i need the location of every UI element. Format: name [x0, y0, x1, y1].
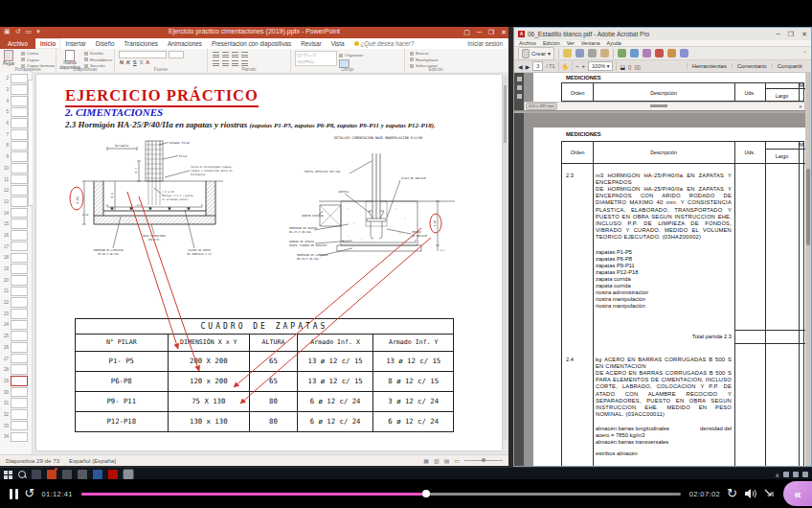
panel-button[interactable]: Comentario	[732, 63, 772, 69]
find-button[interactable]: Buscar	[410, 51, 439, 57]
close-button[interactable]: ✕	[501, 27, 507, 38]
taskbar-app-icon[interactable]	[78, 470, 87, 479]
reset-button[interactable]: Restablecer	[84, 58, 112, 63]
font-size-box[interactable]	[169, 51, 184, 58]
arrange-button[interactable]: Organizar	[339, 53, 363, 58]
italic-button[interactable]: K	[126, 59, 130, 65]
slide-thumbnail-19[interactable]: 19	[0, 264, 32, 275]
save-icon[interactable]	[575, 49, 584, 58]
open-file-icon[interactable]	[563, 49, 572, 58]
bullets-icon[interactable]	[213, 52, 219, 58]
zoom-out-icon[interactable]: −	[575, 63, 579, 69]
slide-thumbnail-24[interactable]: 24	[0, 319, 32, 331]
powerpoint-window[interactable]: ▣ ↺ ▭ ▾ Ejercicio práctico cimentaciones…	[0, 27, 508, 466]
restore-button[interactable]: ❐	[788, 31, 794, 38]
minimize-button[interactable]: ─	[477, 27, 482, 38]
align-center-icon[interactable]	[222, 60, 229, 66]
bookmarks-icon[interactable]	[517, 85, 522, 90]
taskbar-active-app-icon[interactable]	[124, 470, 133, 479]
slide-thumbnail-29[interactable]: 29	[0, 376, 32, 387]
taskbar-acrobat-icon[interactable]	[108, 470, 118, 479]
slide-thumbnail-31[interactable]: 31	[0, 398, 32, 409]
single-page-icon[interactable]: ▯	[628, 63, 631, 70]
tray-icon[interactable]	[793, 472, 799, 477]
page-number-input[interactable]: 3	[532, 61, 543, 71]
create-form-icon[interactable]	[667, 49, 676, 58]
line-spacing-icon[interactable]	[241, 52, 248, 58]
zoom-level-select[interactable]: 100% ▾	[588, 61, 613, 71]
numbering-icon[interactable]	[222, 52, 229, 58]
taskbar-app-icon[interactable]	[62, 470, 72, 479]
font-name-box[interactable]	[119, 51, 167, 58]
slide-thumbnail-32[interactable]: 32	[0, 409, 32, 421]
slide-thumbnail-26[interactable]: 26	[0, 342, 32, 354]
previous-page-icon[interactable]: ◀	[518, 63, 523, 70]
tab-presentacion[interactable]: Presentación con diapositivas	[207, 38, 296, 49]
next-page-icon[interactable]: ▶	[526, 63, 530, 70]
sign-in-button[interactable]: Iniciar sesión	[462, 38, 508, 49]
slide-29[interactable]: EJERCICIO PRÁCTICO 2. CIMENTACIONES 2.3 …	[36, 75, 502, 450]
layout-button[interactable]: Diseño	[84, 51, 112, 57]
taskbar-search-icon[interactable]	[18, 471, 26, 478]
bold-button[interactable]: N	[120, 59, 124, 65]
slide-thumbnail-23[interactable]: 23	[0, 308, 32, 319]
video-controls-bar[interactable]: ↺ 01:12:41 02:07:02 ↻ «	[0, 479, 812, 508]
slide-thumbnail-33[interactable]: 33	[0, 420, 32, 431]
slide-thumbnail-28[interactable]: 28	[0, 364, 32, 376]
minimize-button[interactable]: ─	[776, 31, 780, 38]
combine-files-icon[interactable]	[680, 49, 688, 58]
indent-icon[interactable]	[232, 52, 238, 58]
close-button[interactable]: ✕	[801, 31, 807, 38]
menu-item[interactable]: Archivo	[519, 40, 536, 46]
forward-button[interactable]: ↻	[727, 479, 737, 508]
volume-button[interactable]	[744, 488, 756, 499]
split-view-divider[interactable]	[514, 110, 811, 113]
taskbar-powerpoint-icon[interactable]	[47, 470, 56, 479]
menu-item[interactable]: Ventana	[581, 40, 600, 46]
task-view-icon[interactable]	[32, 470, 41, 479]
menu-item[interactable]: Ver	[567, 40, 575, 46]
email-icon[interactable]	[600, 49, 609, 58]
slide-thumbnail-17[interactable]: 17	[0, 241, 32, 252]
slide-thumbnail-22[interactable]: 22	[0, 297, 32, 309]
language-indicator[interactable]: Español (España)	[69, 457, 116, 464]
copy-button[interactable]: Copiar	[21, 58, 55, 63]
page-thumbnails-icon[interactable]	[517, 77, 522, 81]
rewind-button[interactable]: ↺	[25, 479, 35, 508]
zoom-in-icon[interactable]: +	[582, 63, 586, 69]
tab-archivo[interactable]: Archivo	[0, 38, 35, 49]
start-button[interactable]	[4, 471, 12, 479]
pause-button[interactable]	[10, 489, 18, 499]
shapes-gallery[interactable]: ◻○◇↔☆⬭▱⇨△◌	[295, 51, 337, 66]
menu-item[interactable]: Ayuda	[607, 40, 621, 46]
print-icon[interactable]	[588, 49, 597, 58]
attachments-icon[interactable]	[517, 94, 522, 99]
seek-knob[interactable]	[422, 490, 430, 497]
slide-thumbnail-27[interactable]: 27	[0, 353, 32, 364]
menu-item[interactable]: Edición	[543, 40, 560, 46]
normal-view-icon[interactable]: ▦	[423, 457, 429, 464]
zoom-slider[interactable]	[464, 460, 503, 461]
restore-button[interactable]: ❐	[488, 27, 494, 38]
tab-transiciones[interactable]: Transiciones	[119, 38, 162, 49]
slide-thumbnail-21[interactable]: 21	[0, 286, 32, 297]
slide-thumbnail-14[interactable]: 14	[0, 207, 32, 219]
slide-thumbnail-25[interactable]: 25	[0, 331, 32, 342]
slide-thumbnail-18[interactable]: 18	[0, 252, 32, 264]
underline-button[interactable]: S	[133, 59, 137, 65]
acrobat-window[interactable]: A 06_Estadillo blanco.pdf - Adobe Acroba…	[513, 27, 812, 467]
two-page-icon[interactable]: ▯▯	[634, 63, 641, 70]
comment-tool-icon[interactable]	[643, 49, 651, 58]
ribbon-options-icon[interactable]: ▢	[463, 27, 470, 38]
acrobat-document-area[interactable]: MEDICIONES Orden Descripción Uds. Largo …	[514, 73, 811, 467]
cut-button[interactable]: Cortar	[21, 51, 55, 57]
export-pdf-icon[interactable]	[655, 49, 664, 58]
sorter-view-icon[interactable]: ▥	[434, 457, 440, 464]
seek-bar[interactable]	[81, 493, 681, 496]
slideshow-view-icon[interactable]: ▭	[454, 457, 460, 464]
slide-thumbnail-30[interactable]: 30	[0, 386, 32, 398]
panel-button[interactable]: Compartir	[772, 63, 807, 69]
cursor-toggle-button[interactable]	[763, 488, 775, 499]
slide-thumbnail-16[interactable]: 16	[0, 230, 32, 242]
panel-button[interactable]: Herramientas	[687, 63, 732, 69]
